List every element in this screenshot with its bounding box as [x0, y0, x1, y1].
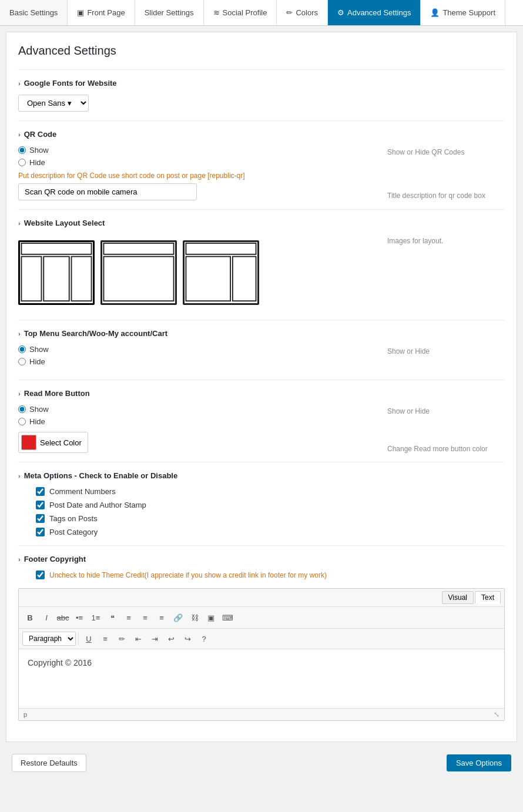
footer-credit-checkbox-item[interactable]: Uncheck to hide Theme Credit(I appreciat… [36, 571, 505, 579]
text-tab-button[interactable]: Text [475, 591, 501, 604]
qr-code-header[interactable]: › QR Code [18, 130, 505, 139]
svg-rect-7 [186, 257, 230, 301]
qr-show-option[interactable]: Show [18, 146, 376, 155]
checkbox-tags-on-posts[interactable]: Tags on Posts [36, 514, 505, 523]
read-more-content: Show Hide Select Color [18, 405, 505, 453]
tab-slider-settings[interactable]: Slider Settings [135, 0, 204, 25]
qr-code-right: Show or Hide QR Codes Title description … [387, 146, 505, 200]
front-page-label: Front Page [87, 8, 125, 17]
bold-button[interactable]: B [22, 610, 38, 625]
tab-front-page[interactable]: ▣ Front Page [68, 0, 135, 25]
select-color-label: Select Color [40, 438, 82, 447]
main-container: Advanced Settings › Google Fonts for Web… [0, 26, 523, 812]
restore-defaults-button[interactable]: Restore Defaults [12, 754, 86, 772]
resize-handle[interactable]: ⤡ [494, 710, 499, 719]
align-center-button[interactable]: ≡ [138, 610, 153, 625]
tab-advanced-settings[interactable]: ⚙ Advanced Settings [328, 0, 421, 25]
section-read-more: › Read More Button Show Hide [18, 380, 505, 462]
read-more-hide-radio[interactable] [18, 418, 26, 425]
strikethrough-button[interactable]: abc [55, 610, 71, 625]
outdent-button[interactable]: ⇤ [130, 631, 146, 646]
top-menu-show[interactable]: Show [18, 345, 376, 354]
layout-option-3[interactable] [183, 240, 259, 305]
tab-social-profile[interactable]: ≋ Social Profile [204, 0, 277, 25]
post-category-checkbox[interactable] [36, 528, 45, 536]
svg-rect-4 [103, 243, 173, 254]
chevron-layout: › [18, 220, 21, 227]
insert-button[interactable]: ▣ [203, 610, 219, 625]
read-more-show-radio[interactable] [18, 405, 26, 413]
indent-button[interactable]: ⇥ [147, 631, 162, 646]
footer-copyright-header[interactable]: › Footer Copyright [18, 555, 505, 563]
qr-show-label: Show or Hide QR Codes [387, 148, 505, 156]
section-website-layout: › Website Layout Select [18, 209, 505, 320]
visual-tab-button[interactable]: Visual [442, 591, 474, 604]
link-button[interactable]: 🔗 [170, 610, 186, 625]
underline-button[interactable]: U [81, 631, 96, 646]
google-fonts-header[interactable]: › Google Fonts for Website [18, 79, 505, 88]
qr-input[interactable] [18, 183, 197, 200]
justify-button[interactable]: ≡ [98, 631, 113, 646]
chevron-google-fonts: › [18, 80, 21, 87]
layout-content: Images for layout. [18, 234, 505, 311]
read-more-hide[interactable]: Hide [18, 417, 376, 426]
blockquote-button[interactable]: ❝ [105, 610, 120, 625]
qr-code-left: Show Hide Put description for QR Code us… [18, 146, 376, 200]
select-color-button[interactable]: Select Color [18, 432, 88, 453]
checkbox-post-date-author[interactable]: Post Date and Author Stamp [36, 501, 505, 509]
section-meta-options: › Meta Options - Check to Enable or Disa… [18, 462, 505, 545]
help-button[interactable]: ? [196, 631, 212, 646]
section-top-menu: › Top Menu Search/Woo-My account/Cart Sh… [18, 320, 505, 380]
undo-button[interactable]: ↩ [163, 631, 179, 646]
checkbox-post-category[interactable]: Post Category [36, 528, 505, 536]
top-menu-hide[interactable]: Hide [18, 357, 376, 366]
read-more-header[interactable]: › Read More Button [18, 389, 505, 398]
font-select[interactable]: Open Sans ▾ Roboto Lato Montserrat [18, 95, 89, 112]
ordered-list-button[interactable]: 1≡ [88, 610, 103, 625]
qr-radio-group: Show Hide [18, 146, 376, 167]
footer-credit-checkbox[interactable] [36, 571, 45, 579]
section-footer-copyright: › Footer Copyright Uncheck to hide Theme… [18, 545, 505, 730]
checkbox-comment-numbers[interactable]: Comment Numbers [36, 487, 505, 496]
unlink-button[interactable]: ⛓ [187, 610, 202, 625]
align-right-button[interactable]: ≡ [154, 610, 169, 625]
italic-button[interactable]: I [39, 610, 54, 625]
read-more-show[interactable]: Show [18, 405, 376, 414]
qr-hide-option[interactable]: Hide [18, 158, 376, 167]
redo-button[interactable]: ↪ [180, 631, 195, 646]
unordered-list-button[interactable]: •≡ [72, 610, 87, 625]
tab-basic-settings[interactable]: Basic Settings [0, 0, 68, 25]
read-more-radio-group: Show Hide [18, 405, 376, 426]
meta-options-header[interactable]: › Meta Options - Check to Enable or Disa… [18, 471, 505, 480]
advanced-settings-label: Advanced Settings [347, 8, 411, 17]
website-layout-header[interactable]: › Website Layout Select [18, 219, 505, 227]
paragraph-select[interactable]: Paragraph [22, 632, 76, 646]
editor-content[interactable]: Copyright © 2016 [19, 649, 504, 708]
tags-on-posts-checkbox[interactable] [36, 514, 45, 523]
comment-numbers-checkbox[interactable] [36, 487, 45, 496]
top-menu-header[interactable]: › Top Menu Search/Woo-My account/Cart [18, 329, 505, 338]
qr-show-radio[interactable] [18, 146, 26, 154]
editor-tabs: Visual Text [19, 589, 504, 607]
chevron-read-more: › [18, 390, 21, 397]
format-button[interactable]: ✏ [114, 631, 129, 646]
top-menu-hide-radio[interactable] [18, 358, 26, 365]
top-menu-show-radio[interactable] [18, 345, 26, 353]
fullscreen-button[interactable]: ⌨ [220, 610, 235, 625]
basic-settings-label: Basic Settings [9, 8, 58, 17]
svg-rect-0 [21, 243, 91, 254]
editor-toolbar-1: B I abc •≡ 1≡ ❝ ≡ ≡ ≡ 🔗 ⛓ ▣ ⌨ [19, 607, 504, 629]
layout-option-1[interactable] [18, 240, 95, 305]
tab-colors[interactable]: ✏ Colors [277, 0, 328, 25]
top-menu-left: Show Hide [18, 345, 376, 371]
save-options-button[interactable]: Save Options [447, 754, 511, 771]
layout-option-2[interactable] [100, 240, 177, 305]
tab-theme-support[interactable]: 👤 Theme Support [421, 0, 505, 25]
footer-credit-container: Uncheck to hide Theme Credit(I appreciat… [36, 571, 505, 579]
slider-settings-label: Slider Settings [145, 8, 194, 17]
qr-hide-radio[interactable] [18, 159, 26, 166]
post-category-label: Post Category [49, 528, 98, 536]
post-date-author-checkbox[interactable] [36, 501, 45, 509]
align-left-button[interactable]: ≡ [121, 610, 136, 625]
read-more-left: Show Hide Select Color [18, 405, 376, 453]
